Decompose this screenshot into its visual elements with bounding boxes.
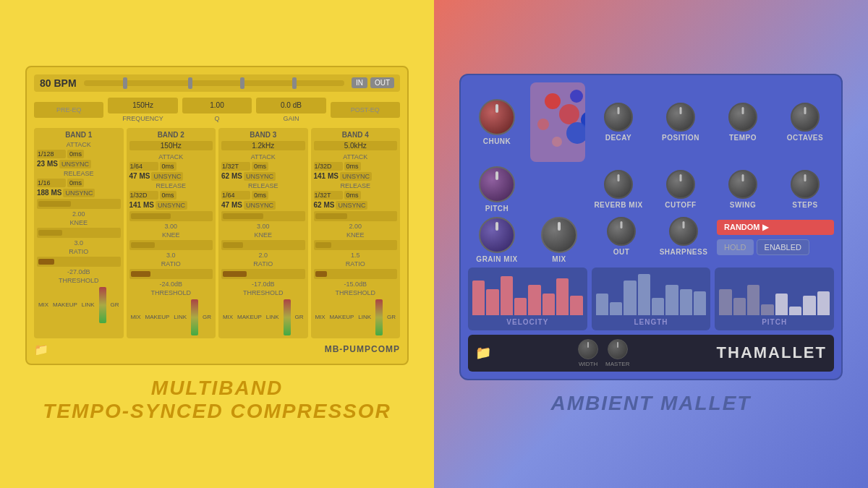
- pitch-knob[interactable]: [479, 166, 515, 202]
- len-bar-7[interactable]: [680, 289, 692, 315]
- position-knob[interactable]: [666, 103, 695, 132]
- band-4-ratio-slider[interactable]: [314, 240, 398, 250]
- swing-knob[interactable]: [728, 170, 757, 199]
- band-2-attack-select[interactable]: 1/64: [129, 162, 158, 171]
- pitch-bar-6[interactable]: [789, 307, 801, 315]
- right-panel: CHUNK DECAY: [434, 0, 868, 488]
- out-button[interactable]: OUT: [370, 77, 394, 88]
- len-bar-2[interactable]: [610, 302, 622, 315]
- gain-slider[interactable]: 0.0 dB: [256, 98, 326, 114]
- vel-bar-5[interactable]: [528, 285, 540, 315]
- steps-knob[interactable]: [791, 170, 820, 199]
- sharpness-knob[interactable]: [669, 217, 698, 246]
- band-4-release-select[interactable]: 1/32T: [314, 191, 343, 200]
- pitch-bar-8[interactable]: [817, 291, 830, 315]
- pitch-cell: PITCH: [468, 166, 526, 213]
- band-4-release-unsync[interactable]: UNSYNC: [336, 201, 367, 210]
- bpm-slider[interactable]: [84, 80, 344, 86]
- band-3-ratio-label: RATIO: [221, 260, 305, 267]
- enabled-button[interactable]: ENABLED: [757, 239, 809, 255]
- pitch-bar-1[interactable]: [719, 289, 731, 315]
- band-2-bottom: MIX MAKEUP LINK GR: [129, 299, 213, 335]
- len-bar-5[interactable]: [652, 298, 664, 315]
- band-1-release-ms: 188 MS: [37, 189, 61, 197]
- tempo-knob[interactable]: [728, 103, 757, 132]
- vel-bar-6[interactable]: [542, 294, 555, 315]
- band-4-threshold-slider[interactable]: [314, 269, 398, 279]
- band-2-knee-slider[interactable]: [129, 211, 213, 221]
- pitch-bars: [719, 272, 830, 315]
- vel-bar-7[interactable]: [556, 278, 569, 315]
- chunk-knob[interactable]: [479, 99, 515, 135]
- band-3-release-unsync[interactable]: UNSYNC: [244, 201, 276, 210]
- len-bar-3[interactable]: [624, 281, 636, 315]
- band-1-attack-unsync[interactable]: UNSYNC: [59, 160, 91, 168]
- pre-eq-slider[interactable]: PRE-EQ: [34, 102, 103, 118]
- band-4-attack-select[interactable]: 1/32D: [314, 162, 343, 171]
- pitch-bar-2[interactable]: [733, 298, 746, 315]
- vel-bar-3[interactable]: [501, 276, 513, 315]
- band-2-threshold-slider[interactable]: [129, 269, 213, 279]
- reverb-mix-knob[interactable]: [604, 170, 633, 199]
- band-2-gr-label: GR: [203, 314, 211, 320]
- out-knob[interactable]: [607, 217, 636, 246]
- band-1-ratio-slider[interactable]: [37, 228, 121, 238]
- band-4-knee-slider[interactable]: [314, 211, 398, 221]
- decay-knob[interactable]: [604, 103, 633, 132]
- vel-bar-1[interactable]: [472, 281, 485, 315]
- band-4-ratio-label: RATIO: [314, 260, 398, 267]
- band-2-release-unsync[interactable]: UNSYNC: [156, 201, 187, 210]
- vel-bar-8[interactable]: [570, 296, 582, 315]
- band-2-release-select[interactable]: 1/32D: [129, 191, 158, 200]
- grain-mix-knob[interactable]: [479, 217, 515, 253]
- octaves-knob[interactable]: [791, 103, 820, 132]
- decay-cell: DECAY: [590, 103, 647, 142]
- width-knob[interactable]: [578, 339, 598, 359]
- post-eq-slider[interactable]: POST-EQ: [331, 102, 400, 118]
- band-1-threshold-slider[interactable]: [37, 257, 121, 267]
- band-2-ratio-slider[interactable]: [129, 240, 213, 250]
- freq-slider[interactable]: 150Hz: [108, 98, 177, 114]
- length-sequencer: LENGTH: [592, 267, 711, 330]
- band-4-mix-label: MIX: [315, 314, 325, 320]
- master-knob[interactable]: [608, 339, 628, 359]
- pitch-bar-3[interactable]: [747, 285, 760, 315]
- len-bar-8[interactable]: [694, 291, 706, 315]
- len-bar-4[interactable]: [638, 274, 650, 315]
- band-4-release-val: 0ms: [344, 191, 361, 200]
- vel-bar-2[interactable]: [486, 289, 498, 315]
- band-3-release-select[interactable]: 1/64: [221, 191, 250, 200]
- band-1-knee-slider[interactable]: [37, 199, 121, 209]
- pitch-bar-4[interactable]: [761, 304, 773, 315]
- band-3-knee-slider[interactable]: [221, 211, 305, 221]
- band-2-attack-unsync[interactable]: UNSYNC: [151, 172, 183, 181]
- band-3-freq: 1.2kHz: [221, 141, 305, 150]
- folder-icon[interactable]: 📁: [34, 343, 48, 356]
- band-3-title: BAND 3: [221, 131, 305, 139]
- velocity-sequencer: VELOCITY: [468, 267, 587, 330]
- pitch-bar-5[interactable]: [775, 294, 788, 315]
- pitch-bar-7[interactable]: [803, 296, 815, 315]
- vel-bar-4[interactable]: [514, 298, 527, 315]
- mix-knob[interactable]: [541, 217, 577, 253]
- band-4-attack-unsync[interactable]: UNSYNC: [340, 172, 372, 181]
- cutoff-knob[interactable]: [666, 170, 695, 199]
- band-4-freq: 5.0kHz: [314, 141, 398, 150]
- band-3-ratio-slider[interactable]: [221, 240, 305, 250]
- band-4-ratio-val: 1.5: [314, 252, 398, 259]
- band-1-release-select[interactable]: 1/16: [37, 179, 66, 187]
- q-slider[interactable]: 1.00: [182, 98, 252, 114]
- mallet-folder-icon[interactable]: 📁: [475, 345, 491, 361]
- len-bar-1[interactable]: [596, 294, 608, 315]
- band-2-knee-val: 3.00: [129, 223, 213, 230]
- in-button[interactable]: IN: [352, 77, 367, 88]
- band-3-threshold-slider[interactable]: [221, 269, 305, 279]
- band-3-attack-select[interactable]: 1/32T: [221, 162, 250, 171]
- random-button[interactable]: RANDOM ▶: [717, 220, 834, 235]
- band-1-release-unsync[interactable]: UNSYNC: [63, 189, 95, 197]
- band-4-release-ms-row: 62 MS UNSYNC: [314, 201, 398, 210]
- hold-button[interactable]: HOLD: [717, 239, 754, 255]
- len-bar-6[interactable]: [665, 285, 678, 315]
- band-1-attack-select[interactable]: 1/128: [37, 150, 66, 158]
- band-3-attack-unsync[interactable]: UNSYNC: [244, 172, 276, 181]
